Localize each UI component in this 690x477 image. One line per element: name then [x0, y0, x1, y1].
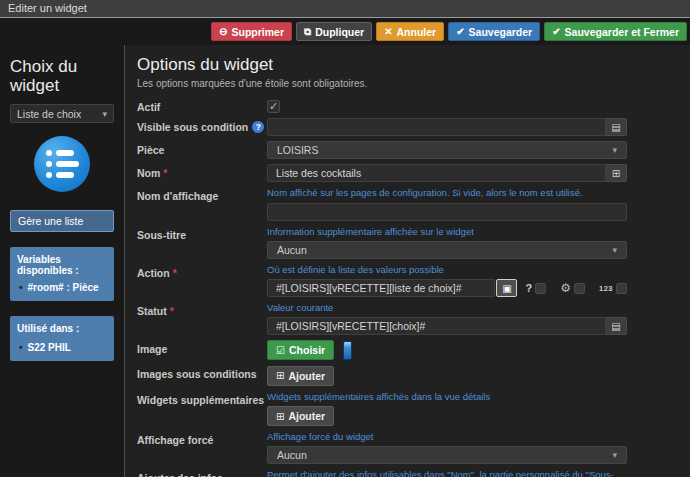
field-images-conditions: Images sous conditions ⊞ Ajouter	[137, 365, 678, 386]
used-item: S22 PHIL	[17, 342, 107, 353]
insert-variable-button[interactable]: ⊞	[606, 164, 627, 182]
duplicate-button-label: Dupliquer	[315, 26, 364, 38]
delete-button[interactable]: ⊖ Supprimer	[211, 22, 292, 41]
plus-square-icon: ⊞	[612, 168, 620, 179]
actif-label: Actif	[137, 98, 267, 113]
visible-condition-input[interactable]	[267, 118, 606, 136]
field-affichage-force: Affichage forcé Affichage forcé du widge…	[137, 431, 678, 464]
check-square-icon: ☑	[276, 345, 285, 356]
nom-affichage-label: Nom d'affichage	[137, 187, 267, 202]
piece-label: Pièce	[137, 141, 267, 156]
affichage-force-select[interactable]: Aucun ▾	[267, 446, 627, 464]
image-preview-thumbnail[interactable]	[343, 341, 352, 360]
required-marker: *	[163, 167, 167, 179]
ajouter-infos-helper: Permet d'ajouter des infos utilisables d…	[267, 469, 627, 477]
sous-titre-value: Aucun	[277, 244, 307, 256]
duplicate-button[interactable]: ⧉ Dupliquer	[296, 22, 372, 41]
chevron-down-icon: ▾	[612, 245, 617, 255]
save-button-label: Sauvegarder	[469, 26, 533, 38]
field-visible-condition: Visible sous condition? ▤	[137, 118, 678, 136]
field-nom: Nom* ⊞	[137, 164, 678, 182]
question-mark-icon[interactable]: ?	[525, 282, 532, 294]
nom-affichage-input[interactable]	[267, 203, 627, 221]
chevron-down-icon: ▾	[102, 109, 107, 119]
numeric-icon: 123	[599, 284, 613, 293]
nom-label: Nom*	[137, 164, 267, 179]
actif-checkbox[interactable]	[267, 100, 280, 113]
field-sous-titre: Sous-titre Information supplémentaire af…	[137, 226, 678, 259]
select-command-button[interactable]: ▣	[496, 279, 517, 297]
save-button[interactable]: ✔ Sauvegarder	[448, 22, 540, 41]
numeric-checkbox[interactable]	[616, 283, 627, 294]
chevron-down-icon: ▾	[612, 145, 617, 155]
save-close-button[interactable]: ✔ Sauvegarder et Fermer	[544, 22, 687, 41]
manage-list-button[interactable]: Gère une liste	[10, 210, 114, 232]
sous-titre-helper: Information supplémentaire affichée sur …	[267, 226, 627, 238]
visible-condition-label: Visible sous condition?	[137, 118, 267, 133]
list-row	[46, 150, 74, 156]
field-ajouter-infos: Ajouter des infos Permet d'ajouter des i…	[137, 469, 678, 477]
widget-type-value: Liste de choix	[17, 108, 81, 120]
variable-item: #room# : Pièce	[17, 282, 107, 293]
available-variables-panel: Variables disponibles : #room# : Pièce	[10, 247, 114, 301]
field-statut: Statut* Valeur courante ▤	[137, 302, 678, 335]
action-helper: Où est définie la liste des valeurs poss…	[267, 264, 627, 276]
widget-editor-window: Editer un widget ⊖ Supprimer ⧉ Dupliquer…	[0, 0, 690, 477]
action-label: Action*	[137, 264, 267, 279]
test-checkbox[interactable]	[535, 283, 546, 294]
affichage-force-label: Affichage forcé	[137, 431, 267, 446]
minus-circle-icon: ⊖	[219, 26, 227, 37]
chevron-down-icon: ▾	[612, 450, 617, 460]
images-conditions-label: Images sous conditions	[137, 365, 267, 380]
select-condition-button[interactable]: ▤	[606, 118, 627, 136]
nom-affichage-helper: Nom affiché sur les pages de configurati…	[267, 187, 627, 199]
plus-square-icon: ⊞	[276, 370, 284, 381]
cancel-button-label: Annuler	[397, 26, 437, 38]
field-image: Image ☑ Choisir	[137, 340, 678, 360]
required-marker: *	[170, 305, 174, 317]
widget-type-select[interactable]: Liste de choix ▾	[10, 104, 114, 123]
add-extra-widget-button[interactable]: ⊞ Ajouter	[267, 406, 334, 426]
help-icon[interactable]: ?	[252, 121, 264, 133]
cancel-button[interactable]: ✕ Annuler	[376, 22, 444, 41]
field-widgets-supplementaires: Widgets supplémentaires Widgets suppléme…	[137, 391, 678, 427]
gear-icon[interactable]: ⚙	[560, 281, 571, 295]
widget-options-panel: Options du widget Les options marquées d…	[124, 45, 690, 477]
page-title: Options du widget	[137, 55, 678, 75]
widgets-supplementaires-label: Widgets supplémentaires	[137, 391, 267, 406]
field-piece: Pièce LOISIRS ▾	[137, 141, 678, 159]
plus-square-icon: ⊞	[276, 411, 284, 422]
statut-helper: Valeur courante	[267, 302, 627, 314]
sous-titre-label: Sous-titre	[137, 226, 267, 241]
list-alt-icon: ▤	[611, 321, 620, 332]
nom-input[interactable]	[267, 164, 606, 182]
widgets-supplementaires-helper: Widgets supplémentaires affichés dans la…	[267, 391, 627, 403]
sidebar: Choix du widget Liste de choix ▾ Gère un…	[0, 45, 124, 477]
image-label: Image	[137, 340, 267, 355]
toolbar: ⊖ Supprimer ⧉ Dupliquer ✕ Annuler ✔ Sauv…	[0, 18, 690, 45]
add-conditional-image-button[interactable]: ⊞ Ajouter	[267, 366, 334, 386]
used-list: S22 PHIL	[17, 342, 107, 353]
add-conditional-image-label: Ajouter	[288, 370, 325, 382]
sous-titre-select[interactable]: Aucun ▾	[267, 241, 627, 259]
variables-panel-title: Variables disponibles :	[17, 254, 107, 276]
page-subtitle: Les options marquées d'une étoile sont o…	[137, 78, 678, 89]
check-circle-icon: ✔	[552, 26, 560, 37]
piece-select[interactable]: LOISIRS ▾	[267, 141, 627, 159]
field-action: Action* Où est définie la liste des vale…	[137, 264, 678, 297]
used-in-panel: Utilisé dans : S22 PHIL	[10, 316, 114, 361]
action-command-input[interactable]	[267, 279, 495, 297]
sidebar-title: Choix du widget	[10, 57, 114, 95]
statut-command-input[interactable]	[267, 317, 606, 335]
ajouter-infos-label: Ajouter des infos	[137, 469, 267, 477]
close-icon: ✕	[384, 26, 392, 37]
affichage-force-helper: Affichage forcé du widget	[267, 431, 627, 443]
advanced-checkbox[interactable]	[574, 283, 585, 294]
list-alt-icon: ▣	[502, 283, 511, 294]
choose-image-button[interactable]: ☑ Choisir	[267, 340, 334, 360]
piece-value: LOISIRS	[277, 144, 318, 156]
used-panel-title: Utilisé dans :	[17, 323, 107, 334]
field-actif: Actif	[137, 98, 678, 113]
select-status-command-button[interactable]: ▤	[606, 317, 627, 335]
variables-list: #room# : Pièce	[17, 282, 107, 293]
